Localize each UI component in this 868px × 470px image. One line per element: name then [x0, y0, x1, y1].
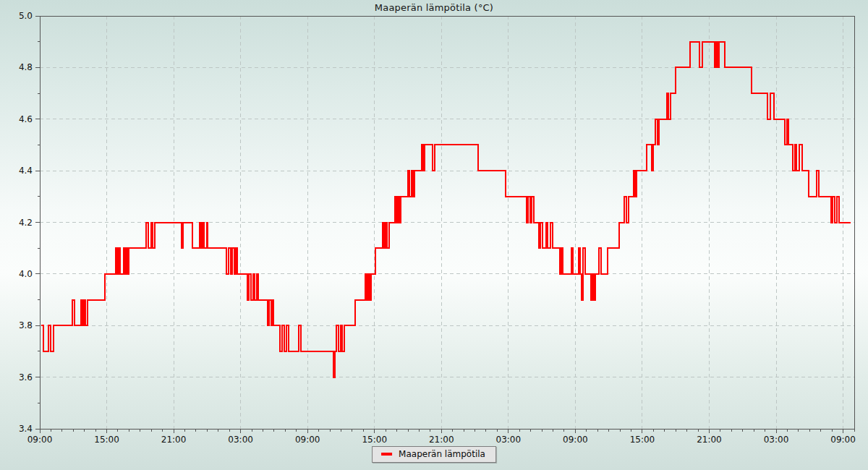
- y-tick-label: 3.8: [19, 320, 33, 330]
- legend-label: Maaperän lämpötila: [399, 449, 485, 459]
- y-tick-label: 3.4: [19, 424, 33, 434]
- x-tick-label: 03:00: [496, 435, 522, 445]
- x-tick-label: 03:00: [764, 435, 789, 445]
- y-tick-label: 4.8: [19, 62, 33, 72]
- y-tick-label: 4.4: [19, 166, 33, 176]
- temperature-series-line: [41, 42, 850, 377]
- x-tick-label: 09:00: [27, 435, 53, 445]
- legend: Maaperän lämpötila: [372, 446, 496, 463]
- x-tick-label: 15:00: [94, 435, 119, 445]
- y-tick-label: 5.0: [19, 11, 33, 21]
- legend-line-swatch: [381, 453, 392, 456]
- x-tick-label: 15:00: [362, 435, 387, 445]
- chart-window: { "title": "Maaperän lämpötila (°C)", "l…: [0, 0, 868, 470]
- x-tick-label: 21:00: [697, 435, 722, 445]
- x-tick-label: 21:00: [429, 435, 454, 445]
- x-tick-label: 09:00: [295, 435, 320, 445]
- x-tick-label: 21:00: [161, 435, 187, 445]
- y-tick-label: 4.0: [19, 269, 33, 279]
- y-tick-label: 4.6: [19, 114, 33, 124]
- x-tick-label: 09:00: [563, 435, 588, 445]
- y-tick-label: 4.2: [19, 218, 33, 228]
- x-tick-label: 03:00: [228, 435, 253, 445]
- x-tick-label: 15:00: [630, 435, 655, 445]
- x-tick-label: 09:00: [830, 435, 856, 445]
- chart-plot: 3.43.63.84.04.24.44.64.85.009:0015:0021:…: [0, 0, 868, 470]
- y-tick-label: 3.6: [19, 372, 33, 383]
